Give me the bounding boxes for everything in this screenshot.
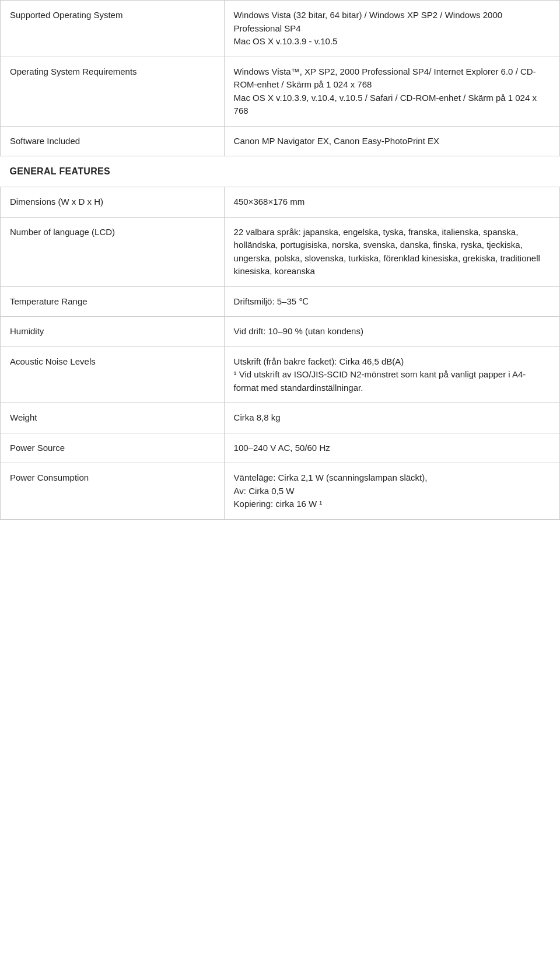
specs-table: Supported Operating SystemWindows Vista …	[0, 0, 560, 520]
row-label: Temperature Range	[1, 286, 225, 317]
row-label: Software Included	[1, 126, 225, 156]
table-row: Temperature RangeDriftsmiljö: 5–35 ℃	[1, 286, 560, 317]
row-value: 450×368×176 mm	[224, 187, 559, 218]
row-label: Power Consumption	[1, 463, 225, 520]
table-row: Operating System RequirementsWindows Vis…	[1, 57, 560, 126]
table-row: WeightCirka 8,8 kg	[1, 403, 560, 433]
row-value: Cirka 8,8 kg	[224, 403, 559, 433]
table-row: Software IncludedCanon MP Navigator EX, …	[1, 126, 560, 156]
row-value: 22 valbara språk: japanska, engelska, ty…	[224, 217, 559, 286]
table-row: Supported Operating SystemWindows Vista …	[1, 1, 560, 57]
row-value: Canon MP Navigator EX, Canon Easy-PhotoP…	[224, 126, 559, 156]
table-row: Acoustic Noise LevelsUtskrift (från bakr…	[1, 346, 560, 403]
row-label: Operating System Requirements	[1, 57, 225, 126]
row-value: Utskrift (från bakre facket): Cirka 46,5…	[224, 346, 559, 403]
row-value: Windows Vista™, XP SP2, 2000 Professiona…	[224, 57, 559, 126]
row-value: Windows Vista (32 bitar, 64 bitar) / Win…	[224, 1, 559, 57]
table-row: Number of language (LCD)22 valbara språk…	[1, 217, 560, 286]
table-row: HumidityVid drift: 10–90 % (utan kondens…	[1, 317, 560, 347]
section-header-row: GENERAL FEATURES	[1, 156, 560, 187]
row-value: 100–240 V AC, 50/60 Hz	[224, 433, 559, 463]
row-label: Humidity	[1, 317, 225, 347]
row-value: Vid drift: 10–90 % (utan kondens)	[224, 317, 559, 347]
row-label: Acoustic Noise Levels	[1, 346, 225, 403]
row-value: Vänteläge: Cirka 2,1 W (scanningslampan …	[224, 463, 559, 520]
section-header-label: GENERAL FEATURES	[1, 156, 560, 187]
row-value: Driftsmiljö: 5–35 ℃	[224, 286, 559, 317]
row-label: Dimensions (W x D x H)	[1, 187, 225, 218]
table-row: Dimensions (W x D x H)450×368×176 mm	[1, 187, 560, 218]
row-label: Power Source	[1, 433, 225, 463]
row-label: Supported Operating System	[1, 1, 225, 57]
row-label: Weight	[1, 403, 225, 433]
table-row: Power Source100–240 V AC, 50/60 Hz	[1, 433, 560, 463]
table-row: Power ConsumptionVänteläge: Cirka 2,1 W …	[1, 463, 560, 520]
row-label: Number of language (LCD)	[1, 217, 225, 286]
